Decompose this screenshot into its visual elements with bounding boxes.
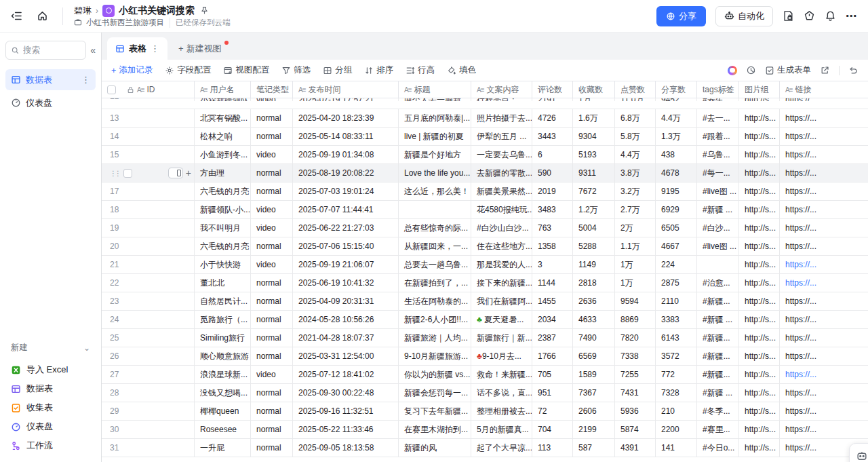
assistant-widget[interactable] (849, 443, 868, 462)
column-header-tags[interactable]: tags标签 (697, 81, 739, 98)
cell-publishtime[interactable]: 2025-08-19 20:08:22 (293, 164, 399, 182)
kebab-icon[interactable]: ⋮ (81, 75, 90, 85)
cell-publishtime[interactable]: 2025-07-03 19:01:24 (293, 182, 399, 200)
cell-notetype[interactable]: normal (251, 274, 293, 292)
cell-notetype[interactable]: normal (251, 402, 293, 420)
table-row[interactable]: 15 ⋮⋮ + 小鱼游到冬... video 2025-09-19 01:34:… (102, 146, 868, 164)
page-title[interactable]: 小红书关键词搜索 (119, 5, 195, 17)
cell-notetype[interactable]: normal (251, 128, 293, 145)
cell-title[interactable]: 你以为的新疆 vs... (399, 366, 471, 383)
cell-tags[interactable]: #新疆... (697, 292, 739, 310)
cell-tags[interactable]: #跟着... (697, 128, 739, 145)
table-row[interactable]: 20 ⋮⋮ + 六毛钱的月亮 normal 2025-07-06 15:15:4… (102, 237, 868, 256)
cell-title[interactable]: 总要去一趟乌鲁... (399, 256, 471, 273)
cell-notetype[interactable]: normal (251, 329, 293, 347)
cell-collects[interactable]: 1589 (573, 366, 615, 383)
row-index-cell[interactable]: 28 ⋮⋮ + (102, 384, 195, 402)
cell-collects[interactable]: 587 (573, 439, 615, 457)
cell-shares[interactable]: 3572 (656, 347, 697, 365)
new-view-button[interactable]: + 新建视图 (167, 37, 233, 60)
cell-shares[interactable]: 224 (656, 256, 697, 273)
cell-content[interactable]: #白沙山白沙... (471, 219, 532, 237)
cell-title[interactable]: 新疆会惩罚每一... (399, 384, 471, 402)
cell-publishtime[interactable]: 2024-05-28 10:56:26 (293, 311, 399, 328)
cell-notetype[interactable]: normal (251, 421, 293, 438)
cell-notetype[interactable]: video (251, 366, 293, 383)
cell-shares[interactable]: 3383 (656, 311, 697, 328)
cell-shares[interactable]: 210 (656, 402, 697, 420)
cell-username[interactable]: 一升屁 (195, 439, 251, 457)
cell-link[interactable]: https://... (780, 219, 868, 237)
cell-username[interactable]: 小鱼游到冬... (195, 146, 251, 163)
cell-content[interactable]: ♣9-10月去... (471, 347, 532, 365)
cell-shares[interactable]: 772 (656, 366, 697, 383)
cell-likes[interactable]: 3.2万 (615, 182, 656, 200)
column-header-link[interactable]: A≡链接 (780, 81, 868, 98)
cell-content[interactable]: 一定要去乌鲁... (471, 146, 532, 163)
cell-publishtime[interactable]: 2025-07-19 17:57:21 (293, 98, 399, 101)
new-section-header[interactable]: 新建 ⌄ (5, 342, 96, 353)
cell-notetype[interactable]: video (251, 146, 293, 163)
cell-comments[interactable]: 113 (532, 439, 573, 457)
cell-collects[interactable]: 2818 (573, 274, 615, 292)
field-config-button[interactable]: 字段配置 (165, 64, 211, 76)
row-index-cell[interactable]: 21 ⋮⋮ + (102, 256, 195, 273)
breadcrumb-root[interactable]: 碧琳 (74, 5, 92, 17)
cell-likes[interactable]: 6.8万 (615, 109, 656, 127)
row-index-cell[interactable]: 18 ⋮⋮ + (102, 201, 195, 218)
project-name[interactable]: 小红书新西兰旅游项目 (86, 18, 164, 28)
row-index-cell[interactable]: 15 ⋮⋮ + (102, 146, 195, 163)
table-row[interactable]: 31 ⋮⋮ + 一升屁 normal 2025-09-05 18:13:58 新… (102, 439, 868, 457)
drag-handle-icon[interactable]: ⋮⋮ (110, 170, 119, 177)
cell-tags[interactable]: #新疆... (697, 329, 739, 347)
cell-link[interactable]: https://... (780, 98, 868, 101)
cell-tags[interactable]: #新疆... (697, 366, 739, 383)
table-row[interactable]: 14 ⋮⋮ + 松林之响 normal 2025-05-14 08:33:11 … (102, 128, 868, 146)
cell-username[interactable]: 六毛钱的月亮 (195, 237, 251, 255)
cell-likes[interactable]: 1万 (615, 274, 656, 292)
cell-likes[interactable]: 2.7万 (615, 201, 656, 218)
cell-images[interactable]: http://s... (739, 384, 780, 402)
cell-username[interactable]: 浪浪星球新... (195, 366, 251, 383)
row-index-cell[interactable]: 13 ⋮⋮ + (102, 109, 195, 127)
sidebar-toggle-icon[interactable] (7, 7, 26, 26)
cell-collects[interactable]: 1.6万 (573, 109, 615, 127)
cell-link[interactable]: https://... (780, 311, 868, 328)
cell-images[interactable]: http://s... (739, 146, 780, 163)
cell-collects[interactable]: 6569 (573, 347, 615, 365)
table-row[interactable]: 30 ⋮⋮ + Roseesee normal 2025-05-22 11:33… (102, 421, 868, 439)
cell-likes[interactable]: 1万 (615, 256, 656, 273)
cell-publishtime[interactable]: 2025-09-05 18:13:58 (293, 439, 399, 457)
cell-link[interactable]: https://... (780, 256, 868, 273)
column-header-content[interactable]: A≡文案内容 (471, 81, 532, 98)
cell-collects[interactable]: 1万 (573, 98, 615, 101)
cell-title[interactable]: 新疆的风 (399, 439, 471, 457)
cell-publishtime[interactable]: 2025-09-30 00:22:48 (293, 384, 399, 402)
row-index-cell[interactable]: 12 ⋮⋮ + (102, 98, 195, 101)
cell-comments[interactable]: 2019 (532, 182, 573, 200)
column-header-notetype[interactable]: 笔记类型 (251, 81, 293, 98)
cell-likes[interactable]: 5874 (615, 421, 656, 438)
cell-username[interactable]: 新疆领队-小... (195, 201, 251, 218)
cell-comments[interactable]: 1766 (532, 347, 573, 365)
cell-username[interactable]: 顺心顺意旅游 (195, 347, 251, 365)
cell-notetype[interactable]: normal (251, 182, 293, 200)
cell-content[interactable]: 救命！来新疆... (471, 366, 532, 383)
home-icon[interactable] (33, 7, 52, 26)
cell-likes[interactable]: 5936 (615, 402, 656, 420)
view-config-button[interactable]: 视图配置 (223, 64, 269, 76)
cell-comments[interactable]: 2034 (532, 311, 573, 328)
cell-likes[interactable]: 7431 (615, 384, 656, 402)
cell-likes[interactable]: 7255 (615, 366, 656, 383)
cell-link[interactable]: https://... (780, 329, 868, 347)
cell-collects[interactable]: 2606 (573, 402, 615, 420)
cell-title[interactable]: 从新疆回来，一... (399, 237, 471, 255)
cell-likes[interactable]: 3.8万 (615, 164, 656, 182)
cell-images[interactable]: http://s... (739, 402, 780, 420)
cell-images[interactable]: http://s... (739, 182, 780, 200)
cell-content[interactable]: 整理相册被去... (471, 402, 532, 420)
table-row[interactable]: 17 ⋮⋮ + 六毛钱的月亮 normal 2025-07-03 19:01:2… (102, 182, 868, 201)
cell-username[interactable]: 我不叫明月 (195, 219, 251, 237)
column-header-id[interactable]: A≡ ID (102, 81, 195, 98)
cell-publishtime[interactable]: 2025-07-06 15:15:40 (293, 237, 399, 255)
